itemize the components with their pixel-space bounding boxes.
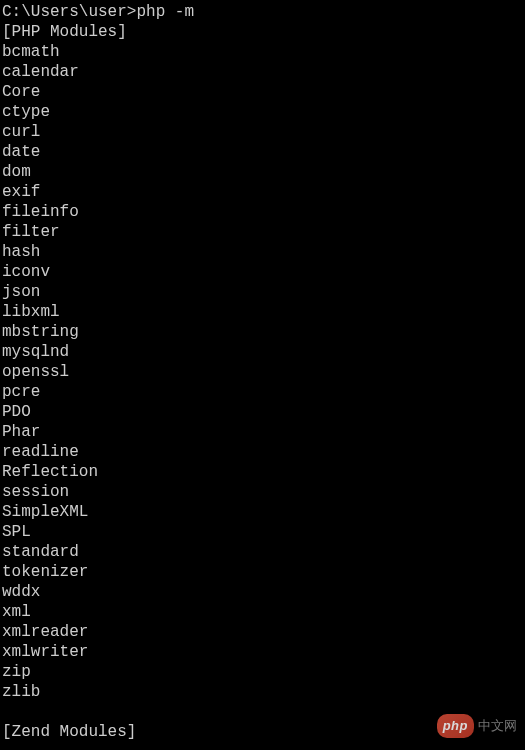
module-item: SimpleXML — [2, 502, 525, 522]
module-item: SPL — [2, 522, 525, 542]
module-item: Reflection — [2, 462, 525, 482]
module-item: tokenizer — [2, 562, 525, 582]
prompt-line[interactable]: C:\Users\user>php -m — [2, 2, 525, 22]
module-item: session — [2, 482, 525, 502]
module-item: date — [2, 142, 525, 162]
module-item: hash — [2, 242, 525, 262]
module-item: readline — [2, 442, 525, 462]
module-item: bcmath — [2, 42, 525, 62]
module-item: fileinfo — [2, 202, 525, 222]
module-item: filter — [2, 222, 525, 242]
module-item: zlib — [2, 682, 525, 702]
modules-list: bcmathcalendarCorectypecurldatedomexiffi… — [2, 42, 525, 702]
watermark: php 中文网 — [437, 714, 517, 738]
section-header-php: [PHP Modules] — [2, 22, 525, 42]
terminal-output: C:\Users\user>php -m [PHP Modules] bcmat… — [0, 0, 525, 742]
module-item: mbstring — [2, 322, 525, 342]
command-text: php -m — [136, 3, 194, 21]
module-item: iconv — [2, 262, 525, 282]
module-item: dom — [2, 162, 525, 182]
module-item: xmlwriter — [2, 642, 525, 662]
module-item: calendar — [2, 62, 525, 82]
module-item: Phar — [2, 422, 525, 442]
module-item: xmlreader — [2, 622, 525, 642]
module-item: exif — [2, 182, 525, 202]
module-item: xml — [2, 602, 525, 622]
watermark-logo: php — [437, 714, 474, 738]
module-item: curl — [2, 122, 525, 142]
module-item: libxml — [2, 302, 525, 322]
module-item: PDO — [2, 402, 525, 422]
module-item: wddx — [2, 582, 525, 602]
module-item: zip — [2, 662, 525, 682]
module-item: openssl — [2, 362, 525, 382]
module-item: ctype — [2, 102, 525, 122]
module-item: json — [2, 282, 525, 302]
module-item: standard — [2, 542, 525, 562]
watermark-text: 中文网 — [478, 716, 517, 736]
module-item: Core — [2, 82, 525, 102]
module-item: pcre — [2, 382, 525, 402]
module-item: mysqlnd — [2, 342, 525, 362]
prompt-path: C:\Users\user> — [2, 3, 136, 21]
